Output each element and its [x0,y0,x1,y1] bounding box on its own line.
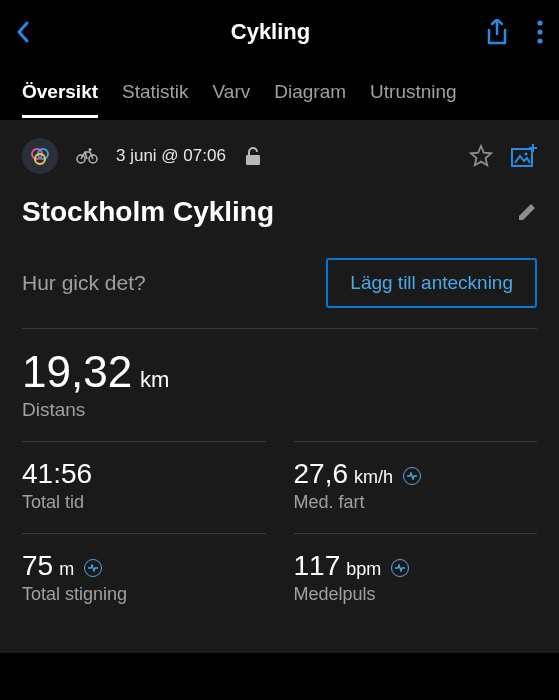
stat-unit: bpm [346,559,381,580]
activity-title: Stockholm Cykling [22,196,274,228]
favorite-button[interactable] [469,144,493,168]
tab-statistik[interactable]: Statistik [122,67,189,117]
tabs: Översikt Statistik Varv Diagram Utrustni… [0,64,559,120]
stat-total-time: 41:56 Total tid [22,441,266,533]
page-title: Cykling [56,19,485,45]
stat-value: 117 [294,550,341,582]
privacy-button[interactable] [244,146,262,166]
stat-label: Total tid [22,492,266,513]
cycling-icon [76,148,98,164]
info-badge[interactable] [403,467,421,485]
chevron-left-icon [16,20,30,44]
header: Cykling [0,0,559,64]
tab-oversikt[interactable]: Översikt [22,67,98,117]
svg-rect-9 [246,155,260,165]
meta-row: 3 juni @ 07:06 [22,138,537,174]
activity-rings-badge[interactable] [22,138,58,174]
tab-varv[interactable]: Varv [213,67,251,117]
distance-unit: km [140,367,169,393]
divider [22,328,537,329]
add-image-icon [511,144,537,168]
back-button[interactable] [16,20,56,44]
edit-title-button[interactable] [517,202,537,222]
tab-utrustning[interactable]: Utrustning [370,67,457,117]
star-icon [469,144,493,168]
stat-elevation: 75 m Total stigning [22,533,266,625]
svg-point-8 [89,148,92,151]
title-row: Stockholm Cykling [22,196,537,228]
hero-value: 19,32 km [22,347,537,397]
rings-icon [29,145,51,167]
add-photo-button[interactable] [511,144,537,168]
more-button[interactable] [537,20,543,44]
unlock-icon [244,146,262,166]
share-button[interactable] [485,19,509,45]
pulse-icon [407,472,417,480]
svg-point-0 [537,20,542,25]
stat-value: 41:56 [22,458,92,490]
stat-avg-speed: 27,6 km/h Med. fart [294,441,538,533]
stat-grid: 41:56 Total tid 27,6 km/h Med. fart 75 m… [22,441,537,625]
overview-panel: 3 juni @ 07:06 Stockholm Cykling [0,120,559,653]
activity-date: 3 juni @ 07:06 [116,146,226,166]
svg-point-1 [537,29,542,34]
header-actions [485,19,543,45]
more-vertical-icon [537,20,543,44]
svg-point-11 [525,153,528,156]
svg-point-2 [537,38,542,43]
tab-diagram[interactable]: Diagram [274,67,346,117]
info-badge[interactable] [391,559,409,577]
distance-label: Distans [22,399,537,421]
distance-value: 19,32 [22,347,132,397]
note-row: Hur gick det? Lägg till anteckning [22,258,537,308]
stat-label: Med. fart [294,492,538,513]
stat-label: Medelpuls [294,584,538,605]
add-note-button[interactable]: Lägg till anteckning [326,258,537,308]
stat-avg-hr: 117 bpm Medelpuls [294,533,538,625]
pulse-icon [88,564,98,572]
share-icon [485,19,509,45]
pulse-icon [395,564,405,572]
stat-label: Total stigning [22,584,266,605]
info-badge[interactable] [84,559,102,577]
stat-unit: m [59,559,74,580]
hero-stat: 19,32 km Distans [22,347,537,421]
note-prompt: Hur gick det? [22,271,146,295]
stat-value: 75 [22,550,53,582]
stat-value: 27,6 [294,458,349,490]
stat-unit: km/h [354,467,393,488]
pencil-icon [517,202,537,222]
